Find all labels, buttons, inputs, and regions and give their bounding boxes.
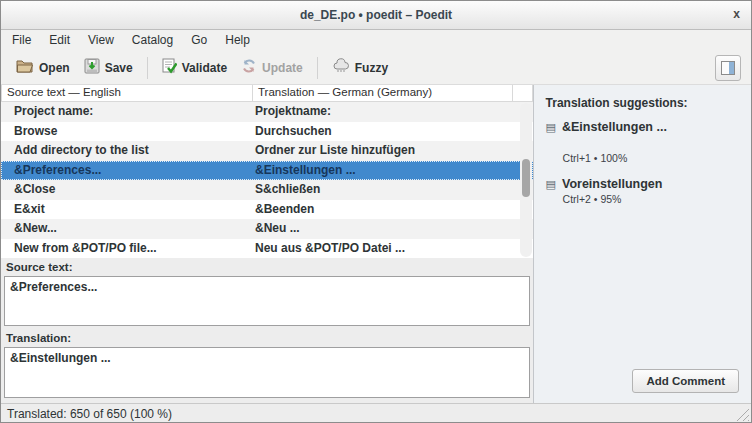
sidebar-toggle-button[interactable] (715, 55, 741, 81)
translation-cell: Ordner zur Liste hinzufügen (253, 141, 533, 161)
translation-cell: Neu aus &POT/PO Datei ... (253, 239, 533, 259)
translation-input[interactable]: &Einstellungen ... (4, 347, 530, 398)
window-title: de_DE.po • poedit – Poedit (300, 8, 452, 22)
sidebar-toggle-icon (721, 61, 735, 75)
menu-bar: File Edit View Catalog Go Help (1, 30, 751, 51)
source-cell: Add directory to the list (1, 141, 253, 161)
menu-item-view[interactable]: View (79, 30, 123, 51)
source-cell: Browse (1, 122, 253, 142)
column-header-translation[interactable]: Translation — German (Germany) (253, 85, 513, 102)
update-button-label: Update (262, 61, 303, 75)
fuzzy-button-label: Fuzzy (355, 61, 388, 75)
toolbar-separator (317, 57, 318, 79)
validate-check-icon (162, 58, 177, 78)
toolbar-separator (147, 57, 148, 79)
table-header: Source text — English Translation — Germ… (1, 85, 533, 102)
translation-cell: &Beenden (253, 200, 533, 220)
suggestion-text: &Einstellungen ... (562, 120, 667, 134)
menu-item-file[interactable]: File (3, 30, 40, 51)
translation-table: Source text — English Translation — Germ… (1, 85, 533, 258)
table-row[interactable]: Add directory to the listOrdner zur List… (1, 141, 533, 161)
resize-grip-icon[interactable] (735, 407, 749, 421)
translation-memory-icon: ▤ (546, 178, 556, 190)
open-button[interactable]: Open (9, 55, 77, 81)
close-icon[interactable]: x (733, 6, 740, 22)
suggestion-shortcut: Ctrl+2 • 95% (546, 193, 739, 205)
translation-table-body: Project name:Projektname:BrowseDurchsuch… (1, 102, 533, 258)
update-refresh-icon (241, 58, 257, 78)
scrollbar-thumb[interactable] (522, 159, 530, 197)
source-cell: E&xit (1, 200, 253, 220)
suggestion-text: Voreinstellungen (562, 177, 662, 191)
sidebar-panel: Translation suggestions: ▤&Einstellungen… (533, 85, 751, 403)
table-row[interactable]: Project name:Projektname: (1, 102, 533, 122)
add-comment-button[interactable]: Add Comment (632, 369, 739, 393)
open-folder-icon (16, 58, 34, 78)
save-button[interactable]: Save (77, 55, 140, 81)
suggestions-list: ▤&Einstellungen ...Ctrl+1 • 100%▤Voreins… (534, 120, 751, 205)
source-text-box: &Preferences... (4, 276, 530, 326)
status-text: Translated: 650 of 650 (100 %) (7, 407, 172, 421)
column-header-stub (513, 85, 533, 102)
menu-item-go[interactable]: Go (182, 30, 216, 51)
table-row[interactable]: &New...&Neu ... (1, 219, 533, 239)
table-row[interactable]: &Preferences...&Einstellungen ... (1, 161, 533, 181)
fuzzy-button[interactable]: Fuzzy (325, 55, 395, 80)
main-area: Source text — English Translation — Germ… (1, 85, 751, 403)
table-row[interactable]: &CloseS&chließen (1, 180, 533, 200)
translation-label: Translation: (1, 326, 533, 347)
menu-item-catalog[interactable]: Catalog (123, 30, 182, 51)
toolbar: Open Save Validate Update Fuzzy (1, 51, 751, 85)
source-text-label: Source text: (1, 258, 533, 276)
table-scrollbar[interactable] (520, 103, 532, 257)
validate-button-label: Validate (182, 61, 227, 75)
menu-item-edit[interactable]: Edit (40, 30, 79, 51)
poedit-window: de_DE.po • poedit – Poedit x File Edit V… (0, 0, 752, 423)
table-row[interactable]: BrowseDurchsuchen (1, 122, 533, 142)
source-cell: &Preferences... (1, 161, 253, 181)
translation-cell: Durchsuchen (253, 122, 533, 142)
save-icon (84, 58, 100, 78)
suggestion-item[interactable]: ▤&Einstellungen ...Ctrl+1 • 100% (546, 120, 739, 164)
save-button-label: Save (105, 61, 133, 75)
source-cell: &Close (1, 180, 253, 200)
suggestion-shortcut: Ctrl+1 • 100% (546, 152, 739, 164)
menu-item-help[interactable]: Help (216, 30, 259, 51)
translation-cell: &Einstellungen ... (253, 161, 533, 181)
column-header-source[interactable]: Source text — English (1, 85, 253, 102)
fuzzy-cloud-icon (332, 58, 350, 77)
table-row[interactable]: E&xit&Beenden (1, 200, 533, 220)
suggestion-item[interactable]: ▤VoreinstellungenCtrl+2 • 95% (546, 177, 739, 205)
source-cell: &New... (1, 219, 253, 239)
source-cell: Project name: (1, 102, 253, 122)
editor-pane: Source text — English Translation — Germ… (1, 85, 533, 403)
translation-memory-icon: ▤ (546, 121, 556, 133)
source-cell: New from &POT/PO file... (1, 239, 253, 259)
translation-cell: &Neu ... (253, 219, 533, 239)
open-button-label: Open (39, 61, 70, 75)
translation-cell: Projektname: (253, 102, 533, 122)
validate-button[interactable]: Validate (155, 55, 234, 81)
title-bar: de_DE.po • poedit – Poedit x (1, 1, 751, 30)
suggestions-title: Translation suggestions: (534, 85, 751, 120)
status-bar: Translated: 650 of 650 (100 %) (1, 403, 751, 423)
update-button[interactable]: Update (234, 55, 310, 81)
translation-cell: S&chließen (253, 180, 533, 200)
table-row[interactable]: New from &POT/PO file...Neu aus &POT/PO … (1, 239, 533, 259)
